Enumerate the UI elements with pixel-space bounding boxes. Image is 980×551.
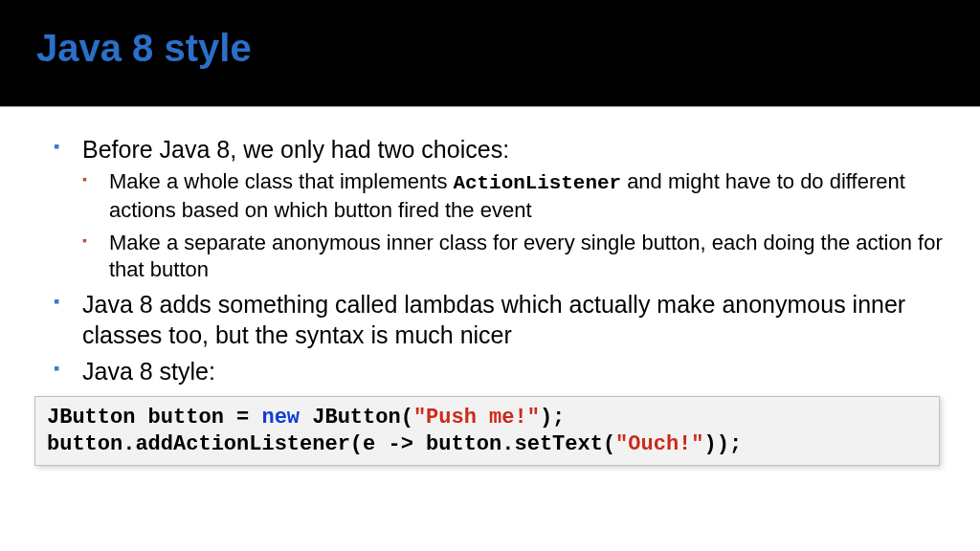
bullet-text: Java 8 style: [82, 358, 215, 385]
bullet-item: Java 8 adds something called lambdas whi… [54, 289, 944, 350]
sub-bullet-list: Make a whole class that implements Actio… [82, 168, 944, 283]
slide-title: Java 8 style [36, 27, 944, 70]
code-block: JButton button = new JButton("Push me!")… [34, 396, 940, 466]
code-text: )); [704, 432, 743, 456]
sub-bullet-item: Make a whole class that implements Actio… [82, 168, 944, 224]
bullet-text: Java 8 adds something called lambdas whi… [82, 291, 905, 348]
bullet-item: Before Java 8, we only had two choices: … [54, 134, 944, 283]
code-line: button.addActionListener(e -> button.set… [47, 431, 927, 458]
code-text: button.addActionListener(e -> button.set… [47, 432, 615, 456]
code-text: ); [540, 406, 565, 430]
bullet-text: Before Java 8, we only had two choices: [82, 136, 509, 163]
bullet-list: Before Java 8, we only had two choices: … [54, 134, 944, 386]
sub-bullet-text: Make a separate anonymous inner class fo… [109, 231, 943, 281]
title-bar: Java 8 style [0, 0, 980, 107]
code-text: JButton( [300, 406, 413, 430]
bullet-item: Java 8 style: [54, 356, 944, 386]
inline-code: ActionListener [454, 172, 622, 194]
code-text: JButton button = [47, 406, 261, 430]
code-keyword: new [261, 406, 300, 430]
sub-bullet-item: Make a separate anonymous inner class fo… [82, 230, 944, 283]
code-string: "Ouch!" [615, 432, 703, 456]
sub-bullet-text: Make a whole class that implements [109, 169, 454, 193]
slide-content: Before Java 8, we only had two choices: … [0, 107, 980, 466]
code-line: JButton button = new JButton("Push me!")… [47, 405, 927, 431]
code-string: "Push me!" [413, 406, 540, 430]
